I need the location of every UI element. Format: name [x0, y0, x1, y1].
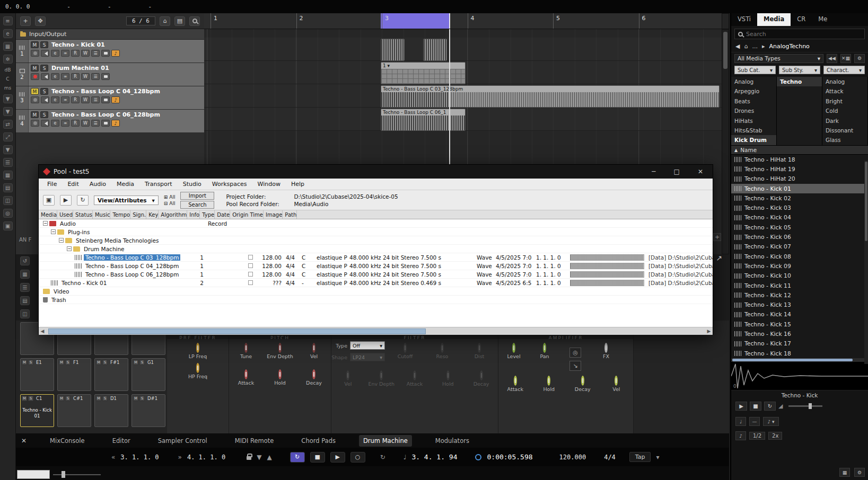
- result-row[interactable]: Techno - Kick 02: [731, 193, 868, 203]
- knob-control[interactable]: Attack: [399, 372, 430, 387]
- knob[interactable]: [404, 343, 407, 353]
- rack-tab[interactable]: Media: [757, 13, 791, 26]
- knob-control[interactable]: Hold: [265, 371, 295, 386]
- globe-icon[interactable]: ◎: [3, 209, 13, 218]
- column-header[interactable]: Path: [283, 210, 297, 219]
- audio-clip-kick-a[interactable]: [381, 39, 405, 61]
- grid-icon[interactable]: ▦: [3, 171, 13, 180]
- lower-zone-tab[interactable]: MIDI Remote: [231, 435, 278, 447]
- knob-control[interactable]: Decay: [567, 377, 598, 392]
- close-icon[interactable]: ✕: [21, 437, 27, 445]
- left-locator-value[interactable]: 3. 1. 1. 0: [120, 454, 159, 461]
- menu-item[interactable]: Edit: [67, 181, 78, 188]
- track-name[interactable]: Techno - Bass Loop C 04_128bpm: [51, 88, 160, 95]
- edit-icon[interactable]: e: [3, 29, 13, 38]
- read-automation-button[interactable]: R: [71, 73, 80, 80]
- column-header[interactable]: Sign.: [130, 210, 146, 219]
- right-locator-value[interactable]: 4. 1. 1. 0: [187, 454, 225, 461]
- sub-filter-dropdown[interactable]: Sub Cat.▾: [734, 66, 776, 74]
- filter-item[interactable]: Analog: [731, 77, 776, 86]
- pad-solo-button[interactable]: S: [28, 360, 33, 365]
- fx-knob[interactable]: [604, 343, 608, 353]
- knob[interactable]: [196, 343, 199, 353]
- scrollbar-thumb[interactable]: [732, 359, 853, 361]
- knob[interactable]: [244, 343, 248, 353]
- drum-pad[interactable]: M S D#1: [131, 394, 165, 427]
- musical-mode-button[interactable]: ♪: [111, 50, 120, 57]
- freeze-icon[interactable]: ∞: [61, 73, 69, 80]
- results-hscrollbar[interactable]: [731, 358, 868, 362]
- open-full-window-icon[interactable]: ↗: [714, 253, 724, 263]
- record-enable-button[interactable]: [31, 120, 39, 127]
- rack-tab[interactable]: VSTi: [731, 13, 757, 26]
- pad-mute-button[interactable]: M: [22, 360, 27, 365]
- column-header[interactable]: Music: [93, 210, 110, 219]
- punch-icon[interactable]: ↻: [380, 454, 385, 461]
- result-row[interactable]: Techno - Kick 03: [731, 203, 868, 212]
- write-automation-button[interactable]: W: [81, 96, 90, 103]
- knob-control[interactable]: Decay: [299, 371, 329, 386]
- pool-item-name[interactable]: Audio: [58, 220, 77, 227]
- knob-control[interactable]: Hold: [533, 377, 564, 392]
- back-icon[interactable]: ◀: [735, 43, 740, 50]
- minimize-button[interactable]: ─: [652, 168, 655, 175]
- dropdown-icon[interactable]: ▼: [3, 145, 13, 154]
- pool-row[interactable]: − Techno - Bass Loop C 06_128bpm 1 128.0…: [39, 270, 713, 279]
- menu-item[interactable]: Transport: [145, 181, 172, 188]
- project-position[interactable]: 3. 4. 1. 94: [411, 453, 457, 461]
- solo-button[interactable]: S: [40, 41, 48, 48]
- knob[interactable]: [615, 376, 618, 386]
- dropdown-icon[interactable]: ▼: [3, 94, 13, 103]
- solo-button[interactable]: S: [40, 88, 48, 95]
- knob[interactable]: [480, 370, 483, 380]
- top-field-1[interactable]: -: [67, 3, 71, 10]
- pool-row[interactable]: − Techno - Bass Loop C 04_128bpm 1 128.0…: [39, 262, 713, 270]
- musical-mode-checkbox[interactable]: [248, 255, 253, 260]
- double-speed-badge[interactable]: 2x: [768, 432, 782, 440]
- pool-row[interactable]: − Techno - Kick 01 2 ??? 4/4 - elastique…: [39, 279, 713, 287]
- search-box[interactable]: [734, 29, 865, 39]
- hand-tool-icon[interactable]: ✥: [35, 16, 46, 26]
- drum-pad[interactable]: M S C#1: [57, 394, 91, 427]
- note-dropdown[interactable]: ♪ ▾: [763, 417, 779, 426]
- edit-channel-button[interactable]: e: [51, 73, 59, 80]
- scroll-left-icon[interactable]: ◀: [39, 328, 46, 334]
- column-header[interactable]: Origin Time: [230, 210, 264, 219]
- reset-filter-icon[interactable]: ✕▦: [840, 54, 851, 63]
- drum-pad[interactable]: M S C1 Techno - Kick 01: [20, 394, 54, 427]
- results-vscrollbar[interactable]: [864, 161, 868, 364]
- result-row[interactable]: Techno - Kick 16: [731, 329, 868, 339]
- knob-control[interactable]: Tune: [231, 344, 261, 359]
- knob-control[interactable]: Env Depth: [366, 372, 397, 387]
- pattern-clip-drum-machine[interactable]: 1 ▾: [381, 62, 466, 84]
- metronome-icon[interactable]: ♩: [735, 417, 746, 426]
- pad-solo-button[interactable]: S: [65, 360, 71, 365]
- search-input[interactable]: [746, 31, 841, 38]
- filter-item[interactable]: Beats: [731, 96, 776, 106]
- menu-item[interactable]: Media: [117, 181, 134, 188]
- knob[interactable]: [380, 370, 383, 380]
- results-name-header[interactable]: ▲ Name: [731, 146, 868, 155]
- result-row[interactable]: Techno - Kick 11: [731, 281, 868, 290]
- filter-item[interactable]: Kick Drum: [731, 135, 776, 145]
- read-automation-button[interactable]: R: [71, 96, 80, 103]
- pool-row[interactable]: − Audio Record: [39, 219, 713, 228]
- record-enable-button[interactable]: [31, 73, 39, 80]
- record-button[interactable]: ○: [350, 452, 365, 463]
- cycle-button[interactable]: ↻: [290, 452, 305, 463]
- pool-item-name[interactable]: Steinberg Media Technologies: [74, 237, 160, 244]
- track-lane-1[interactable]: [204, 38, 722, 61]
- rewind-results-icon[interactable]: ◀◀: [827, 54, 837, 63]
- filter-item[interactable]: Dissonant: [822, 126, 867, 135]
- knob[interactable]: [581, 376, 584, 386]
- pool-row[interactable]: − Steinberg Media Technologies: [39, 236, 713, 245]
- zoom-search-icon[interactable]: [189, 16, 200, 26]
- preview-stop-button[interactable]: ■: [750, 402, 761, 411]
- result-row[interactable]: Techno - Kick 10: [731, 271, 868, 281]
- knob-control[interactable]: Hold: [433, 372, 463, 387]
- monitor-button[interactable]: [41, 96, 49, 103]
- pad-mute-button[interactable]: M: [96, 396, 101, 401]
- tap-tempo-button[interactable]: Tap: [629, 452, 651, 462]
- lower-zone-tab[interactable]: Drum Machine: [359, 435, 412, 447]
- top-field-2[interactable]: -: [108, 3, 111, 10]
